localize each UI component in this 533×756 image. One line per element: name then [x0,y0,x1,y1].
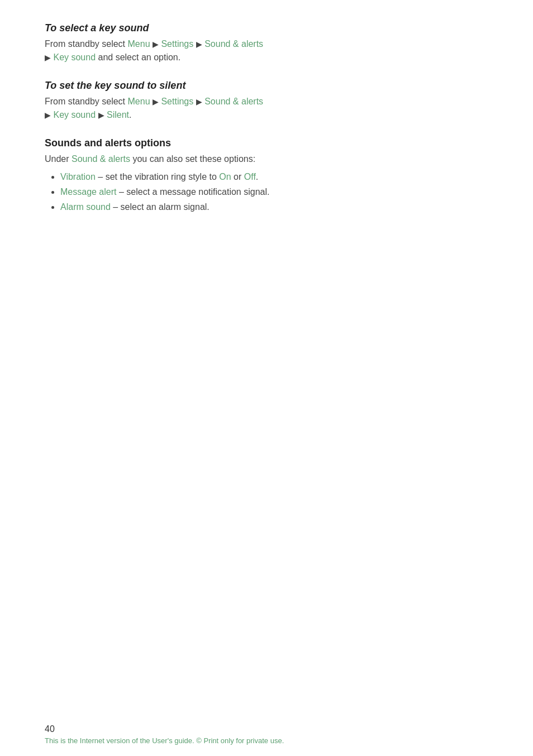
section-select-key-sound: To select a key sound From standby selec… [45,22,488,64]
bullet1-link: Vibration [60,172,96,181]
list-item: Alarm sound – select an alarm signal. [60,199,488,214]
section2-key-sound-link: Key sound [53,110,96,119]
section2-arrow4: ▶ [98,109,104,121]
bullet3-text: – select an alarm signal. [111,202,210,212]
section3-intro-suffix: you can also set these options: [130,154,255,164]
list-item: Message alert – select a message notific… [60,184,488,199]
section2-settings-link: Settings [161,97,193,106]
section2-prefix: From standby select [45,97,128,106]
section1-arrow2: ▶ [196,39,202,50]
bullet1-off-link: Off [244,172,256,181]
section1-key-sound-link: Key sound [53,52,96,62]
section2-menu-link: Menu [128,97,150,106]
section3-heading: Sounds and alerts options [45,137,488,149]
section2-suffix: . [129,110,131,119]
section1-menu-link: Menu [128,39,150,49]
footer: 40 This is the Internet version of the U… [0,724,533,745]
section-set-key-sound-silent: To set the key sound to silent From stan… [45,80,488,122]
section1-title: To select a key sound [45,22,488,34]
section2-sound-alerts-link: Sound & alerts [204,97,263,106]
footer-notice: This is the Internet version of the User… [45,736,488,745]
section2-body: From standby select Menu ▶ Settings ▶ So… [45,95,488,122]
section1-body: From standby select Menu ▶ Settings ▶ So… [45,37,488,64]
section1-arrow1: ▶ [153,39,159,50]
footer-page-number: 40 [45,724,488,734]
section3-intro-prefix: Under [45,154,72,164]
section1-prefix: From standby select [45,39,128,49]
section2-silent-link: Silent [107,110,129,119]
bullet1-text: – set the vibration ring style to [96,172,219,181]
section1-suffix: and select an option. [96,52,180,62]
bullet2-text: – select a message notification signal. [117,187,270,197]
section2-title: To set the key sound to silent [45,80,488,92]
bullet1-end: . [256,172,258,181]
section1-sound-alerts-link: Sound & alerts [204,39,263,49]
list-item: Vibration – set the vibration ring style… [60,169,488,184]
section3-sound-alerts-link: Sound & alerts [72,154,130,164]
bullet2-link: Message alert [60,187,117,197]
section1-arrow3: ▶ [45,52,51,64]
section2-arrow2: ▶ [196,96,202,108]
section2-arrow1: ▶ [153,96,159,108]
bullet1-on-link: On [219,172,231,181]
section-sounds-alerts-options: Sounds and alerts options Under Sound & … [45,137,488,215]
section2-arrow3: ▶ [45,109,51,121]
section1-settings-link: Settings [161,39,193,49]
bullet3-link: Alarm sound [60,202,111,212]
bullet1-or: or [231,172,244,181]
section3-intro: Under Sound & alerts you can also set th… [45,152,488,166]
section3-bullet-list: Vibration – set the vibration ring style… [45,169,488,215]
